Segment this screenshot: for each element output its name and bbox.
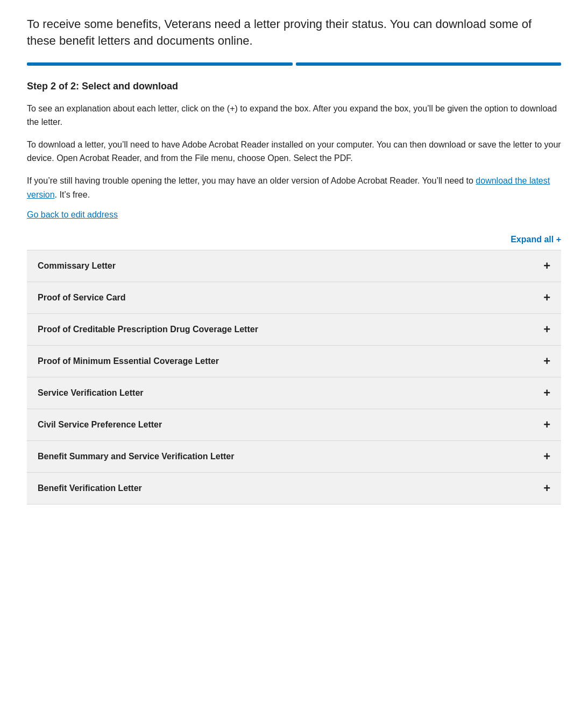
- accordion-title-proof-prescription: Proof of Creditable Prescription Drug Co…: [38, 325, 258, 334]
- instruction-3-before: If you’re still having trouble opening t…: [27, 176, 476, 185]
- accordion-expand-icon-civil-service: +: [543, 419, 550, 431]
- accordion-item-benefit-verification: Benefit Verification Letter+: [27, 473, 561, 504]
- go-back-link[interactable]: Go back to edit address: [27, 210, 118, 220]
- expand-all-row: Expand all +: [27, 235, 561, 244]
- accordion-header-proof-minimum[interactable]: Proof of Minimum Essential Coverage Lett…: [27, 346, 561, 377]
- accordion-expand-icon-benefit-summary: +: [543, 451, 550, 462]
- accordion-item-proof-prescription: Proof of Creditable Prescription Drug Co…: [27, 314, 561, 346]
- progress-segment-2: [296, 62, 562, 66]
- accordion-item-proof-service: Proof of Service Card+: [27, 282, 561, 314]
- accordion-title-civil-service: Civil Service Preference Letter: [38, 420, 162, 430]
- accordion-title-benefit-verification: Benefit Verification Letter: [38, 483, 142, 493]
- accordion-header-civil-service[interactable]: Civil Service Preference Letter+: [27, 409, 561, 440]
- instruction-2: To download a letter, you’ll need to hav…: [27, 138, 561, 165]
- expand-all-button[interactable]: Expand all +: [511, 235, 561, 244]
- accordion-expand-icon-service-verification: +: [543, 387, 550, 399]
- accordion-title-service-verification: Service Verification Letter: [38, 388, 144, 398]
- accordion-list: Commissary Letter+Proof of Service Card+…: [27, 250, 561, 504]
- accordion-expand-icon-proof-prescription: +: [543, 324, 550, 335]
- accordion-header-benefit-summary[interactable]: Benefit Summary and Service Verification…: [27, 441, 561, 472]
- accordion-header-proof-prescription[interactable]: Proof of Creditable Prescription Drug Co…: [27, 314, 561, 345]
- instruction-3-after: . It’s free.: [55, 190, 90, 199]
- accordion-item-benefit-summary: Benefit Summary and Service Verification…: [27, 441, 561, 473]
- accordion-header-commissary[interactable]: Commissary Letter+: [27, 250, 561, 282]
- accordion-header-service-verification[interactable]: Service Verification Letter+: [27, 377, 561, 409]
- accordion-expand-icon-proof-service: +: [543, 292, 550, 304]
- intro-text: To receive some benefits, Veterans need …: [27, 16, 561, 50]
- accordion-expand-icon-benefit-verification: +: [543, 482, 550, 494]
- accordion-title-proof-minimum: Proof of Minimum Essential Coverage Lett…: [38, 356, 219, 366]
- accordion-item-commissary: Commissary Letter+: [27, 250, 561, 282]
- instruction-1: To see an explanation about each letter,…: [27, 102, 561, 129]
- accordion-title-benefit-summary: Benefit Summary and Service Verification…: [38, 452, 234, 461]
- accordion-item-civil-service: Civil Service Preference Letter+: [27, 409, 561, 441]
- accordion-expand-icon-proof-minimum: +: [543, 355, 550, 367]
- progress-segment-1: [27, 62, 293, 66]
- accordion-item-proof-minimum: Proof of Minimum Essential Coverage Lett…: [27, 346, 561, 377]
- accordion-item-service-verification: Service Verification Letter+: [27, 377, 561, 409]
- step-label: Step 2 of 2: Select and download: [27, 81, 561, 92]
- accordion-header-benefit-verification[interactable]: Benefit Verification Letter+: [27, 473, 561, 504]
- accordion-title-proof-service: Proof of Service Card: [38, 293, 126, 303]
- accordion-title-commissary: Commissary Letter: [38, 261, 116, 271]
- instruction-3: If you’re still having trouble opening t…: [27, 174, 561, 201]
- accordion-header-proof-service[interactable]: Proof of Service Card+: [27, 282, 561, 313]
- accordion-expand-icon-commissary: +: [543, 260, 550, 272]
- progress-bar: [27, 62, 561, 66]
